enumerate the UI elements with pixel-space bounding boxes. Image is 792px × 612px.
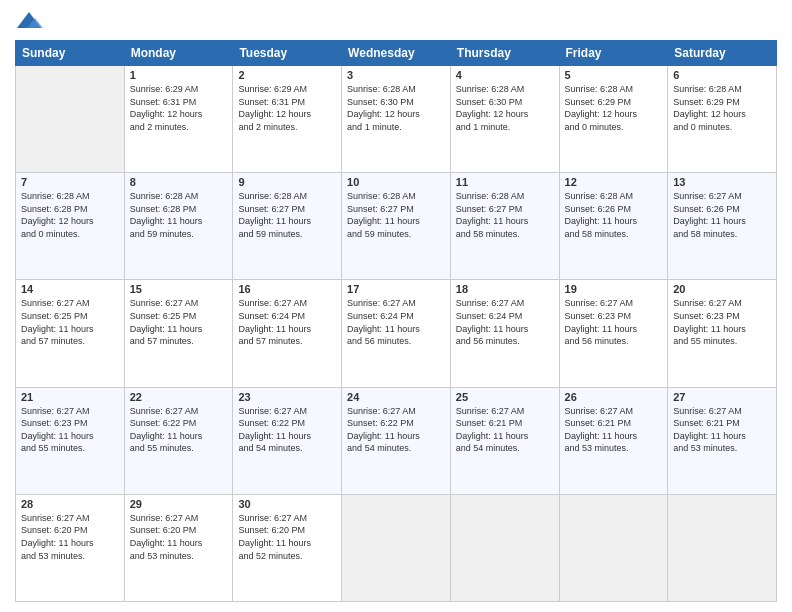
day-info: Sunrise: 6:29 AM Sunset: 6:31 PM Dayligh… <box>130 83 228 133</box>
calendar-day-cell: 14Sunrise: 6:27 AM Sunset: 6:25 PM Dayli… <box>16 280 125 387</box>
day-number: 8 <box>130 176 228 188</box>
day-info: Sunrise: 6:27 AM Sunset: 6:21 PM Dayligh… <box>456 405 554 455</box>
day-number: 9 <box>238 176 336 188</box>
day-info: Sunrise: 6:28 AM Sunset: 6:30 PM Dayligh… <box>347 83 445 133</box>
day-info: Sunrise: 6:27 AM Sunset: 6:22 PM Dayligh… <box>347 405 445 455</box>
day-info: Sunrise: 6:27 AM Sunset: 6:24 PM Dayligh… <box>347 297 445 347</box>
calendar-day-cell: 5Sunrise: 6:28 AM Sunset: 6:29 PM Daylig… <box>559 66 668 173</box>
calendar-day-cell: 9Sunrise: 6:28 AM Sunset: 6:27 PM Daylig… <box>233 173 342 280</box>
day-info: Sunrise: 6:27 AM Sunset: 6:25 PM Dayligh… <box>21 297 119 347</box>
weekday-header-cell: Saturday <box>668 41 777 66</box>
calendar-day-cell: 4Sunrise: 6:28 AM Sunset: 6:30 PM Daylig… <box>450 66 559 173</box>
calendar-day-cell: 8Sunrise: 6:28 AM Sunset: 6:28 PM Daylig… <box>124 173 233 280</box>
day-number: 6 <box>673 69 771 81</box>
day-info: Sunrise: 6:29 AM Sunset: 6:31 PM Dayligh… <box>238 83 336 133</box>
weekday-header-cell: Wednesday <box>342 41 451 66</box>
calendar-week-row: 7Sunrise: 6:28 AM Sunset: 6:28 PM Daylig… <box>16 173 777 280</box>
weekday-header-cell: Friday <box>559 41 668 66</box>
day-info: Sunrise: 6:27 AM Sunset: 6:21 PM Dayligh… <box>673 405 771 455</box>
page-header <box>15 10 777 32</box>
day-info: Sunrise: 6:28 AM Sunset: 6:27 PM Dayligh… <box>456 190 554 240</box>
day-info: Sunrise: 6:28 AM Sunset: 6:28 PM Dayligh… <box>130 190 228 240</box>
day-number: 7 <box>21 176 119 188</box>
day-info: Sunrise: 6:27 AM Sunset: 6:20 PM Dayligh… <box>21 512 119 562</box>
calendar-day-cell: 20Sunrise: 6:27 AM Sunset: 6:23 PM Dayli… <box>668 280 777 387</box>
day-number: 22 <box>130 391 228 403</box>
calendar-day-cell: 22Sunrise: 6:27 AM Sunset: 6:22 PM Dayli… <box>124 387 233 494</box>
day-info: Sunrise: 6:27 AM Sunset: 6:20 PM Dayligh… <box>130 512 228 562</box>
calendar-day-cell: 16Sunrise: 6:27 AM Sunset: 6:24 PM Dayli… <box>233 280 342 387</box>
weekday-header-row: SundayMondayTuesdayWednesdayThursdayFrid… <box>16 41 777 66</box>
day-number: 4 <box>456 69 554 81</box>
day-number: 25 <box>456 391 554 403</box>
logo <box>15 10 47 32</box>
calendar-day-cell: 15Sunrise: 6:27 AM Sunset: 6:25 PM Dayli… <box>124 280 233 387</box>
day-number: 11 <box>456 176 554 188</box>
calendar-day-cell <box>342 494 451 601</box>
day-info: Sunrise: 6:27 AM Sunset: 6:23 PM Dayligh… <box>21 405 119 455</box>
calendar-day-cell <box>450 494 559 601</box>
day-info: Sunrise: 6:28 AM Sunset: 6:27 PM Dayligh… <box>238 190 336 240</box>
day-info: Sunrise: 6:28 AM Sunset: 6:28 PM Dayligh… <box>21 190 119 240</box>
calendar-day-cell: 25Sunrise: 6:27 AM Sunset: 6:21 PM Dayli… <box>450 387 559 494</box>
day-info: Sunrise: 6:27 AM Sunset: 6:22 PM Dayligh… <box>130 405 228 455</box>
calendar-day-cell: 29Sunrise: 6:27 AM Sunset: 6:20 PM Dayli… <box>124 494 233 601</box>
day-number: 28 <box>21 498 119 510</box>
calendar-body: 1Sunrise: 6:29 AM Sunset: 6:31 PM Daylig… <box>16 66 777 602</box>
day-number: 24 <box>347 391 445 403</box>
day-info: Sunrise: 6:27 AM Sunset: 6:22 PM Dayligh… <box>238 405 336 455</box>
day-number: 10 <box>347 176 445 188</box>
calendar-week-row: 21Sunrise: 6:27 AM Sunset: 6:23 PM Dayli… <box>16 387 777 494</box>
logo-icon <box>15 10 43 32</box>
weekday-header-cell: Monday <box>124 41 233 66</box>
calendar-day-cell <box>16 66 125 173</box>
calendar-day-cell <box>559 494 668 601</box>
calendar-table: SundayMondayTuesdayWednesdayThursdayFrid… <box>15 40 777 602</box>
calendar-day-cell: 21Sunrise: 6:27 AM Sunset: 6:23 PM Dayli… <box>16 387 125 494</box>
day-info: Sunrise: 6:27 AM Sunset: 6:26 PM Dayligh… <box>673 190 771 240</box>
day-number: 13 <box>673 176 771 188</box>
day-info: Sunrise: 6:28 AM Sunset: 6:27 PM Dayligh… <box>347 190 445 240</box>
day-info: Sunrise: 6:28 AM Sunset: 6:29 PM Dayligh… <box>565 83 663 133</box>
calendar-day-cell: 18Sunrise: 6:27 AM Sunset: 6:24 PM Dayli… <box>450 280 559 387</box>
day-number: 20 <box>673 283 771 295</box>
day-number: 16 <box>238 283 336 295</box>
day-number: 19 <box>565 283 663 295</box>
calendar-day-cell: 12Sunrise: 6:28 AM Sunset: 6:26 PM Dayli… <box>559 173 668 280</box>
day-info: Sunrise: 6:28 AM Sunset: 6:26 PM Dayligh… <box>565 190 663 240</box>
day-info: Sunrise: 6:27 AM Sunset: 6:20 PM Dayligh… <box>238 512 336 562</box>
calendar-day-cell: 10Sunrise: 6:28 AM Sunset: 6:27 PM Dayli… <box>342 173 451 280</box>
day-number: 27 <box>673 391 771 403</box>
day-number: 2 <box>238 69 336 81</box>
calendar-day-cell: 28Sunrise: 6:27 AM Sunset: 6:20 PM Dayli… <box>16 494 125 601</box>
day-number: 30 <box>238 498 336 510</box>
calendar-day-cell: 7Sunrise: 6:28 AM Sunset: 6:28 PM Daylig… <box>16 173 125 280</box>
day-number: 5 <box>565 69 663 81</box>
calendar-week-row: 14Sunrise: 6:27 AM Sunset: 6:25 PM Dayli… <box>16 280 777 387</box>
weekday-header-cell: Sunday <box>16 41 125 66</box>
calendar-day-cell: 24Sunrise: 6:27 AM Sunset: 6:22 PM Dayli… <box>342 387 451 494</box>
day-info: Sunrise: 6:27 AM Sunset: 6:24 PM Dayligh… <box>238 297 336 347</box>
day-number: 17 <box>347 283 445 295</box>
calendar-week-row: 28Sunrise: 6:27 AM Sunset: 6:20 PM Dayli… <box>16 494 777 601</box>
calendar-day-cell: 30Sunrise: 6:27 AM Sunset: 6:20 PM Dayli… <box>233 494 342 601</box>
day-number: 23 <box>238 391 336 403</box>
day-info: Sunrise: 6:27 AM Sunset: 6:25 PM Dayligh… <box>130 297 228 347</box>
calendar-day-cell: 13Sunrise: 6:27 AM Sunset: 6:26 PM Dayli… <box>668 173 777 280</box>
day-number: 29 <box>130 498 228 510</box>
day-number: 12 <box>565 176 663 188</box>
weekday-header-cell: Tuesday <box>233 41 342 66</box>
day-number: 21 <box>21 391 119 403</box>
calendar-day-cell: 3Sunrise: 6:28 AM Sunset: 6:30 PM Daylig… <box>342 66 451 173</box>
calendar-day-cell: 27Sunrise: 6:27 AM Sunset: 6:21 PM Dayli… <box>668 387 777 494</box>
day-info: Sunrise: 6:27 AM Sunset: 6:23 PM Dayligh… <box>673 297 771 347</box>
day-info: Sunrise: 6:28 AM Sunset: 6:30 PM Dayligh… <box>456 83 554 133</box>
calendar-day-cell: 1Sunrise: 6:29 AM Sunset: 6:31 PM Daylig… <box>124 66 233 173</box>
day-info: Sunrise: 6:27 AM Sunset: 6:24 PM Dayligh… <box>456 297 554 347</box>
day-info: Sunrise: 6:27 AM Sunset: 6:21 PM Dayligh… <box>565 405 663 455</box>
day-number: 1 <box>130 69 228 81</box>
calendar-week-row: 1Sunrise: 6:29 AM Sunset: 6:31 PM Daylig… <box>16 66 777 173</box>
day-info: Sunrise: 6:27 AM Sunset: 6:23 PM Dayligh… <box>565 297 663 347</box>
day-number: 18 <box>456 283 554 295</box>
day-info: Sunrise: 6:28 AM Sunset: 6:29 PM Dayligh… <box>673 83 771 133</box>
